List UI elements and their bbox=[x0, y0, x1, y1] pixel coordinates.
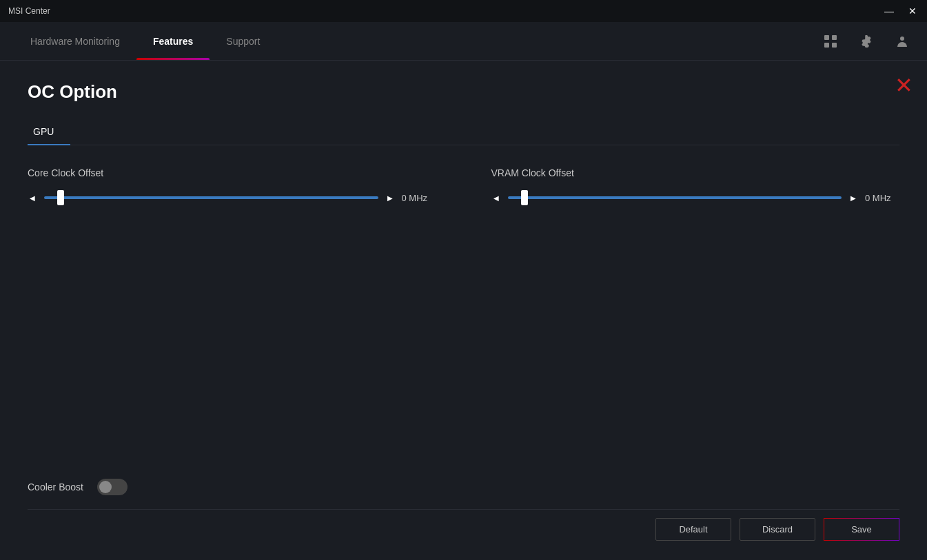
tab-support[interactable]: Support bbox=[210, 22, 276, 60]
core-clock-slider-thumb[interactable] bbox=[57, 190, 64, 205]
vram-clock-group: VRAM Clock Offset ◀ ▶ 0 MHz bbox=[491, 167, 900, 205]
spacer bbox=[28, 232, 899, 479]
tab-features[interactable]: Features bbox=[136, 22, 210, 60]
grid-view-button[interactable] bbox=[819, 30, 842, 52]
core-clock-value: 0 MHz bbox=[402, 193, 436, 203]
page-title: OC Option bbox=[28, 81, 899, 103]
core-clock-group: Core Clock Offset ◀ ▶ 0 MHz bbox=[28, 167, 436, 205]
user-icon bbox=[895, 34, 909, 48]
gpu-tab[interactable]: GPU bbox=[28, 119, 70, 145]
gear-icon bbox=[859, 34, 873, 48]
default-button[interactable]: Default bbox=[655, 518, 731, 541]
settings-button[interactable] bbox=[855, 30, 877, 52]
window-controls: — ✕ bbox=[883, 5, 919, 17]
footer-buttons: Default Discard Save bbox=[28, 509, 899, 546]
title-bar: MSI Center — ✕ bbox=[0, 0, 927, 22]
gpu-tab-bar: GPU bbox=[28, 119, 899, 145]
vram-clock-value: 0 MHz bbox=[865, 193, 899, 203]
core-clock-control: ◀ ▶ 0 MHz bbox=[28, 191, 436, 205]
main-content: ✕ OC Option GPU Core Clock Offset ◀ ▶ 0 … bbox=[0, 61, 927, 560]
save-button[interactable]: Save bbox=[824, 518, 899, 541]
cooler-boost-row: Cooler Boost bbox=[28, 479, 899, 495]
grid-icon bbox=[824, 34, 837, 48]
app-title: MSI Center bbox=[8, 6, 50, 16]
toggle-knob bbox=[99, 481, 112, 493]
svg-rect-0 bbox=[824, 35, 829, 40]
nav-tabs: Hardware Monitoring Features Support bbox=[14, 22, 276, 60]
vram-clock-slider-thumb[interactable] bbox=[521, 190, 528, 205]
core-clock-track bbox=[44, 191, 378, 205]
nav-bar: Hardware Monitoring Features Support bbox=[0, 22, 927, 61]
sliders-row: Core Clock Offset ◀ ▶ 0 MHz VRAM Clock O… bbox=[28, 167, 899, 205]
minimize-button[interactable]: — bbox=[883, 5, 895, 17]
vram-clock-increase-button[interactable]: ▶ bbox=[848, 193, 858, 203]
user-profile-button[interactable] bbox=[891, 30, 913, 52]
svg-rect-1 bbox=[832, 35, 837, 40]
svg-rect-3 bbox=[832, 43, 837, 48]
vram-clock-label: VRAM Clock Offset bbox=[491, 167, 900, 178]
vram-clock-slider-track bbox=[508, 196, 842, 199]
vram-clock-control: ◀ ▶ 0 MHz bbox=[491, 191, 900, 205]
core-clock-decrease-button[interactable]: ◀ bbox=[28, 193, 37, 203]
core-clock-increase-button[interactable]: ▶ bbox=[385, 193, 395, 203]
cooler-boost-toggle[interactable] bbox=[97, 479, 128, 495]
vram-clock-track bbox=[508, 191, 842, 205]
oc-option-close-button[interactable]: ✕ bbox=[895, 74, 913, 96]
core-clock-slider-track bbox=[44, 196, 378, 199]
discard-button[interactable]: Discard bbox=[740, 518, 815, 541]
cooler-boost-label: Cooler Boost bbox=[28, 481, 83, 492]
core-clock-label: Core Clock Offset bbox=[28, 167, 436, 178]
svg-rect-2 bbox=[824, 43, 829, 48]
vram-clock-decrease-button[interactable]: ◀ bbox=[491, 193, 501, 203]
nav-right-icons bbox=[819, 30, 913, 52]
tab-hardware-monitoring[interactable]: Hardware Monitoring bbox=[14, 22, 136, 60]
close-button[interactable]: ✕ bbox=[906, 5, 919, 17]
